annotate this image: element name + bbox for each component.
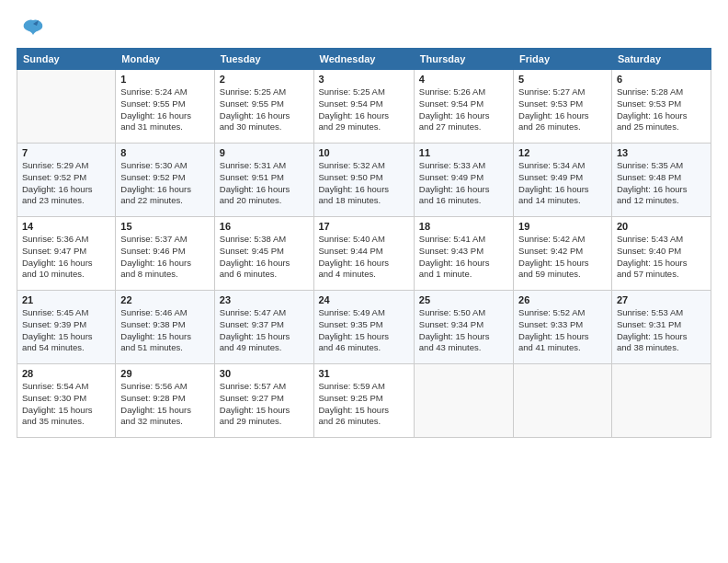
calendar-cell: 19Sunrise: 5:42 AM Sunset: 9:42 PM Dayli… — [514, 217, 612, 291]
calendar-cell: 22Sunrise: 5:46 AM Sunset: 9:38 PM Dayli… — [116, 291, 214, 364]
calendar-cell: 23Sunrise: 5:47 AM Sunset: 9:37 PM Dayli… — [214, 291, 313, 364]
day-info: Sunrise: 5:25 AM Sunset: 9:54 PM Dayligh… — [319, 86, 409, 133]
day-info: Sunrise: 5:40 AM Sunset: 9:44 PM Dayligh… — [319, 234, 409, 281]
day-info: Sunrise: 5:43 AM Sunset: 9:40 PM Dayligh… — [617, 234, 706, 281]
calendar-cell: 27Sunrise: 5:53 AM Sunset: 9:31 PM Dayli… — [611, 291, 711, 364]
day-info: Sunrise: 5:29 AM Sunset: 9:52 PM Dayligh… — [22, 160, 110, 207]
day-number: 20 — [617, 221, 706, 232]
calendar-cell: 8Sunrise: 5:30 AM Sunset: 9:52 PM Daylig… — [116, 144, 214, 217]
calendar-cell: 15Sunrise: 5:37 AM Sunset: 9:46 PM Dayli… — [116, 217, 214, 291]
day-info: Sunrise: 5:24 AM Sunset: 9:55 PM Dayligh… — [120, 86, 209, 133]
logo — [17, 17, 46, 42]
calendar-cell — [17, 70, 116, 144]
day-number: 19 — [518, 221, 607, 232]
day-info: Sunrise: 5:47 AM Sunset: 9:37 PM Dayligh… — [220, 307, 309, 354]
page: SundayMondayTuesdayWednesdayThursdayFrid… — [0, 0, 728, 563]
day-info: Sunrise: 5:32 AM Sunset: 9:50 PM Dayligh… — [319, 160, 409, 207]
day-info: Sunrise: 5:38 AM Sunset: 9:45 PM Dayligh… — [220, 234, 309, 281]
day-number: 9 — [220, 147, 309, 158]
calendar-cell: 26Sunrise: 5:52 AM Sunset: 9:33 PM Dayli… — [514, 291, 612, 364]
day-number: 22 — [120, 294, 209, 305]
day-info: Sunrise: 5:42 AM Sunset: 9:42 PM Dayligh… — [518, 234, 607, 281]
calendar-cell: 7Sunrise: 5:29 AM Sunset: 9:52 PM Daylig… — [17, 144, 116, 217]
day-info: Sunrise: 5:34 AM Sunset: 9:49 PM Dayligh… — [518, 160, 607, 207]
day-number: 11 — [419, 147, 508, 158]
day-number: 16 — [220, 221, 309, 232]
day-number: 25 — [419, 294, 508, 305]
calendar-cell: 21Sunrise: 5:45 AM Sunset: 9:39 PM Dayli… — [17, 291, 116, 364]
day-info: Sunrise: 5:25 AM Sunset: 9:55 PM Dayligh… — [220, 86, 309, 133]
day-number: 7 — [22, 147, 110, 158]
day-info: Sunrise: 5:50 AM Sunset: 9:34 PM Dayligh… — [419, 307, 508, 354]
day-info: Sunrise: 5:30 AM Sunset: 9:52 PM Dayligh… — [120, 160, 209, 207]
day-info: Sunrise: 5:49 AM Sunset: 9:35 PM Dayligh… — [319, 307, 409, 354]
calendar-cell — [514, 364, 612, 438]
calendar-cell: 1Sunrise: 5:24 AM Sunset: 9:55 PM Daylig… — [116, 70, 214, 144]
calendar-cell: 25Sunrise: 5:50 AM Sunset: 9:34 PM Dayli… — [414, 291, 513, 364]
day-number: 10 — [319, 147, 409, 158]
day-info: Sunrise: 5:57 AM Sunset: 9:27 PM Dayligh… — [220, 381, 309, 428]
calendar-cell: 11Sunrise: 5:33 AM Sunset: 9:49 PM Dayli… — [414, 144, 513, 217]
day-info: Sunrise: 5:54 AM Sunset: 9:30 PM Dayligh… — [22, 381, 110, 428]
calendar-cell — [611, 364, 711, 438]
day-info: Sunrise: 5:36 AM Sunset: 9:47 PM Dayligh… — [22, 234, 110, 281]
day-info: Sunrise: 5:53 AM Sunset: 9:31 PM Dayligh… — [617, 307, 706, 354]
calendar-cell: 18Sunrise: 5:41 AM Sunset: 9:43 PM Dayli… — [414, 217, 513, 291]
day-number: 18 — [419, 221, 508, 232]
calendar-cell: 3Sunrise: 5:25 AM Sunset: 9:54 PM Daylig… — [313, 70, 414, 144]
calendar-cell: 6Sunrise: 5:28 AM Sunset: 9:53 PM Daylig… — [611, 70, 711, 144]
calendar-cell: 10Sunrise: 5:32 AM Sunset: 9:50 PM Dayli… — [313, 144, 414, 217]
calendar-cell: 16Sunrise: 5:38 AM Sunset: 9:45 PM Dayli… — [214, 217, 313, 291]
day-number: 8 — [120, 147, 209, 158]
day-number: 29 — [120, 368, 209, 379]
logo-bird-icon — [20, 17, 46, 42]
calendar-cell: 30Sunrise: 5:57 AM Sunset: 9:27 PM Dayli… — [214, 364, 313, 438]
day-number: 5 — [518, 74, 607, 85]
calendar-header-row: SundayMondayTuesdayWednesdayThursdayFrid… — [17, 49, 711, 70]
calendar-cell: 9Sunrise: 5:31 AM Sunset: 9:51 PM Daylig… — [214, 144, 313, 217]
day-info: Sunrise: 5:59 AM Sunset: 9:25 PM Dayligh… — [319, 381, 409, 428]
calendar-cell: 17Sunrise: 5:40 AM Sunset: 9:44 PM Dayli… — [313, 217, 414, 291]
calendar-header-tuesday: Tuesday — [214, 49, 313, 70]
calendar-cell: 12Sunrise: 5:34 AM Sunset: 9:49 PM Dayli… — [514, 144, 612, 217]
calendar-cell: 29Sunrise: 5:56 AM Sunset: 9:28 PM Dayli… — [116, 364, 214, 438]
calendar-week-row: 28Sunrise: 5:54 AM Sunset: 9:30 PM Dayli… — [17, 364, 711, 438]
day-number: 14 — [22, 221, 110, 232]
calendar-header-wednesday: Wednesday — [313, 49, 414, 70]
day-info: Sunrise: 5:37 AM Sunset: 9:46 PM Dayligh… — [120, 234, 209, 281]
day-info: Sunrise: 5:27 AM Sunset: 9:53 PM Dayligh… — [518, 86, 607, 133]
calendar-week-row: 21Sunrise: 5:45 AM Sunset: 9:39 PM Dayli… — [17, 291, 711, 364]
day-number: 17 — [319, 221, 409, 232]
calendar-cell: 31Sunrise: 5:59 AM Sunset: 9:25 PM Dayli… — [313, 364, 414, 438]
day-number: 1 — [120, 74, 209, 85]
day-number: 31 — [319, 368, 409, 379]
calendar-week-row: 7Sunrise: 5:29 AM Sunset: 9:52 PM Daylig… — [17, 144, 711, 217]
day-info: Sunrise: 5:31 AM Sunset: 9:51 PM Dayligh… — [220, 160, 309, 207]
calendar-header-sunday: Sunday — [17, 49, 116, 70]
calendar-header-saturday: Saturday — [611, 49, 711, 70]
day-number: 21 — [22, 294, 110, 305]
day-info: Sunrise: 5:45 AM Sunset: 9:39 PM Dayligh… — [22, 307, 110, 354]
day-number: 27 — [617, 294, 706, 305]
day-info: Sunrise: 5:35 AM Sunset: 9:48 PM Dayligh… — [617, 160, 706, 207]
calendar-header-thursday: Thursday — [414, 49, 513, 70]
calendar-week-row: 14Sunrise: 5:36 AM Sunset: 9:47 PM Dayli… — [17, 217, 711, 291]
calendar-week-row: 1Sunrise: 5:24 AM Sunset: 9:55 PM Daylig… — [17, 70, 711, 144]
calendar-cell: 24Sunrise: 5:49 AM Sunset: 9:35 PM Dayli… — [313, 291, 414, 364]
day-number: 12 — [518, 147, 607, 158]
calendar-cell: 2Sunrise: 5:25 AM Sunset: 9:55 PM Daylig… — [214, 70, 313, 144]
day-number: 28 — [22, 368, 110, 379]
day-number: 24 — [319, 294, 409, 305]
calendar-cell: 13Sunrise: 5:35 AM Sunset: 9:48 PM Dayli… — [611, 144, 711, 217]
day-info: Sunrise: 5:41 AM Sunset: 9:43 PM Dayligh… — [419, 234, 508, 281]
day-number: 15 — [120, 221, 209, 232]
calendar-cell: 4Sunrise: 5:26 AM Sunset: 9:54 PM Daylig… — [414, 70, 513, 144]
day-number: 6 — [617, 74, 706, 85]
calendar-table: SundayMondayTuesdayWednesdayThursdayFrid… — [17, 48, 711, 438]
day-info: Sunrise: 5:33 AM Sunset: 9:49 PM Dayligh… — [419, 160, 508, 207]
calendar-cell: 14Sunrise: 5:36 AM Sunset: 9:47 PM Dayli… — [17, 217, 116, 291]
day-info: Sunrise: 5:52 AM Sunset: 9:33 PM Dayligh… — [518, 307, 607, 354]
calendar-cell — [414, 364, 513, 438]
header — [17, 17, 711, 42]
day-number: 4 — [419, 74, 508, 85]
